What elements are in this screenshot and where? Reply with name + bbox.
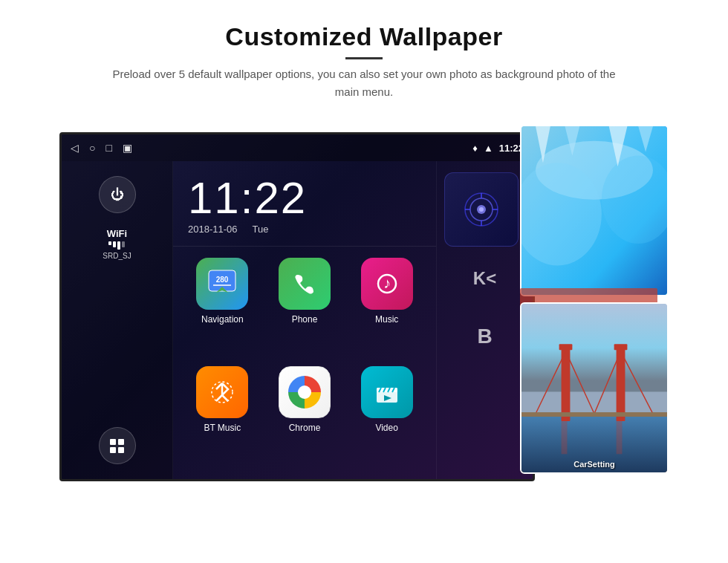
app-label-btmusic: BT Music bbox=[204, 423, 241, 433]
grid-dot-2 bbox=[118, 439, 124, 445]
svg-text:♪: ♪ bbox=[383, 275, 391, 291]
grid-dot-1 bbox=[110, 439, 116, 445]
wifi-status-icon: ▲ bbox=[484, 143, 493, 154]
page-container: Customized Wallpaper Preload over 5 defa… bbox=[0, 0, 728, 563]
app-icon-phone bbox=[279, 258, 331, 310]
wifi-label: WiFi bbox=[103, 228, 131, 239]
ki-widget[interactable]: K< bbox=[444, 253, 525, 305]
center-content: 11:22 2018-11-06 Tue bbox=[173, 161, 436, 479]
bridge-wallpaper-svg bbox=[521, 304, 667, 472]
device-container: ◁ ○ □ ▣ ♦ ▲ 11:22 ⏻ bbox=[59, 125, 669, 489]
wifi-bar-2 bbox=[113, 241, 116, 247]
b-widget[interactable]: B bbox=[444, 310, 525, 362]
app-label-navigation: Navigation bbox=[201, 314, 244, 325]
app-video[interactable]: Video bbox=[348, 366, 425, 469]
video-svg bbox=[372, 377, 402, 407]
status-left: ◁ ○ □ ▣ bbox=[71, 142, 132, 154]
clock-time: 11:22 bbox=[188, 176, 421, 221]
app-label-video: Video bbox=[375, 423, 397, 433]
recent-icon[interactable]: □ bbox=[105, 142, 111, 154]
power-button[interactable]: ⏻ bbox=[99, 176, 136, 213]
svg-rect-38 bbox=[521, 412, 667, 417]
wifi-widget[interactable]: WiFi SRD_SJ bbox=[103, 228, 131, 260]
music-svg: ♪ bbox=[372, 269, 402, 299]
app-icon-chrome bbox=[279, 366, 331, 418]
wallpaper-bridge[interactable]: CarSetting bbox=[520, 302, 669, 474]
svg-point-16 bbox=[479, 207, 484, 212]
app-icon-video bbox=[361, 366, 413, 418]
app-icon-navigation: 280 bbox=[196, 258, 248, 310]
app-btmusic[interactable]: BT Music bbox=[184, 366, 261, 469]
back-icon[interactable]: ◁ bbox=[71, 142, 79, 154]
btmusic-svg bbox=[207, 377, 237, 407]
title-section: Customized Wallpaper Preload over 5 defa… bbox=[104, 22, 624, 101]
power-icon: ⏻ bbox=[111, 187, 124, 203]
antenna-widget[interactable] bbox=[444, 172, 519, 247]
apps-grid-icon bbox=[110, 439, 124, 453]
app-icon-btmusic bbox=[196, 366, 248, 418]
app-chrome[interactable]: Chrome bbox=[267, 366, 343, 469]
svg-rect-40 bbox=[614, 344, 628, 350]
app-label-chrome: Chrome bbox=[289, 423, 321, 433]
wifi-bar-4 bbox=[122, 241, 125, 247]
wifi-bar-1 bbox=[108, 241, 111, 245]
wallpaper-thumbnails: CarSetting bbox=[520, 125, 669, 474]
android-screen: ◁ ○ □ ▣ ♦ ▲ 11:22 ⏻ bbox=[59, 132, 535, 481]
screenshot-icon[interactable]: ▣ bbox=[123, 142, 132, 154]
svg-text:280: 280 bbox=[216, 276, 229, 284]
title-divider bbox=[345, 57, 383, 59]
app-phone[interactable]: Phone bbox=[267, 258, 343, 360]
clock-date: 2018-11-06 Tue bbox=[188, 224, 421, 235]
status-right: ♦ ▲ 11:22 bbox=[472, 143, 524, 154]
wifi-bars bbox=[103, 241, 131, 250]
location-icon: ♦ bbox=[472, 143, 478, 154]
clock-widget: 11:22 2018-11-06 Tue bbox=[173, 161, 436, 247]
apps-button[interactable] bbox=[99, 427, 136, 464]
wifi-bar-3 bbox=[117, 241, 120, 250]
status-bar: ◁ ○ □ ▣ ♦ ▲ 11:22 bbox=[62, 134, 533, 161]
wifi-ssid: SRD_SJ bbox=[103, 252, 131, 260]
svg-rect-39 bbox=[559, 344, 573, 350]
clock-date-value: 2018-11-06 bbox=[188, 224, 238, 235]
page-subtitle: Preload over 5 default wallpaper options… bbox=[104, 65, 624, 101]
right-quick-panel: K< B bbox=[436, 161, 533, 479]
svg-rect-41 bbox=[562, 417, 568, 454]
app-label-music: Music bbox=[375, 314, 398, 325]
app-icon-music: ♪ bbox=[361, 258, 413, 310]
wallpaper-ice[interactable] bbox=[520, 125, 669, 296]
home-icon[interactable]: ○ bbox=[89, 142, 95, 154]
clock-day: Tue bbox=[253, 224, 269, 235]
ice-wallpaper-svg bbox=[521, 126, 667, 295]
app-navigation[interactable]: 280 Navigation bbox=[184, 258, 261, 360]
app-label-phone: Phone bbox=[292, 314, 318, 325]
navigation-svg: 280 bbox=[207, 269, 237, 299]
page-title: Customized Wallpaper bbox=[104, 22, 624, 51]
main-content: ⏻ WiFi SRD_SJ bbox=[62, 161, 533, 479]
antenna-svg bbox=[461, 189, 502, 230]
svg-rect-42 bbox=[617, 417, 623, 454]
ki-label: K< bbox=[473, 268, 496, 289]
apps-grid: 280 Navigation bbox=[173, 247, 436, 479]
grid-dot-3 bbox=[110, 447, 116, 453]
left-sidebar: ⏻ WiFi SRD_SJ bbox=[62, 161, 173, 479]
app-music[interactable]: ♪ Music bbox=[348, 258, 425, 360]
grid-dot-4 bbox=[118, 447, 124, 453]
chrome-circle bbox=[288, 376, 321, 409]
b-label: B bbox=[477, 325, 492, 348]
carsetting-label: CarSetting bbox=[573, 460, 615, 469]
phone-svg bbox=[290, 269, 319, 299]
